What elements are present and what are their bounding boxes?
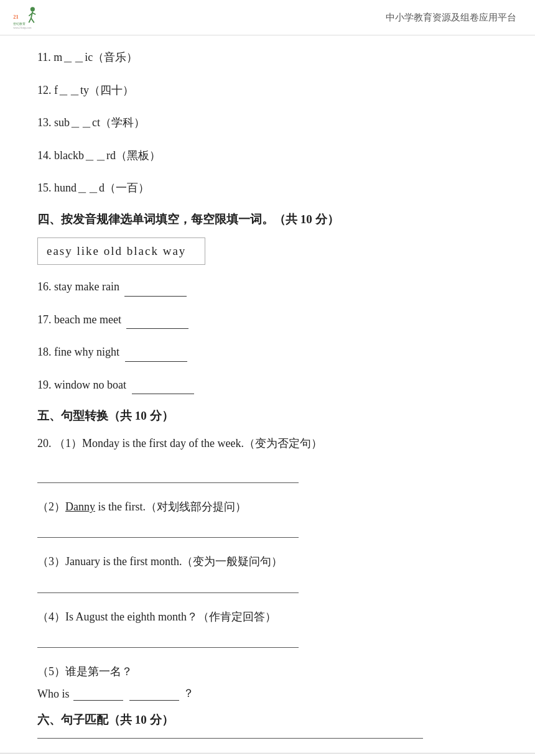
- question-20-3: （3）January is the first month.（变为一般疑问句）: [37, 551, 498, 571]
- q12-content: f＿＿ty（四十）: [54, 84, 134, 96]
- section5-title: 五、句型转换（共 10 分）: [37, 408, 498, 424]
- question-mark: ？: [183, 686, 194, 701]
- question-15: 15. hund＿＿d（一百）: [37, 178, 498, 198]
- q20-3-label: （3）January is the first month.（变为一般疑问句）: [37, 555, 282, 568]
- word-box: easy like old black way: [37, 237, 205, 265]
- q13-number: 13.: [37, 116, 54, 129]
- question-20-4: （4）Is August the eighth month？（作肯定回答）: [37, 607, 498, 627]
- q15-content: hund＿＿d（一百）: [54, 182, 149, 194]
- svg-text:世纪教育: 世纪教育: [13, 22, 26, 25]
- q11-number: 11.: [37, 51, 54, 63]
- svg-text:www.21cnjy.com: www.21cnjy.com: [13, 26, 32, 29]
- q17-blank: [126, 328, 188, 329]
- q20-1-answer-line: [37, 467, 299, 483]
- main-content: 11. m＿＿ic（音乐） 12. f＿＿ty（四十） 13. sub＿＿ct（…: [0, 35, 535, 756]
- q13-content: sub＿＿ct（学科）: [54, 116, 145, 129]
- q14-number: 14.: [37, 149, 54, 162]
- svg-line-2: [29, 18, 31, 22]
- q20-2-answer-line: [37, 522, 299, 538]
- q20-1-label: （1）Monday is the first day of the week.（…: [54, 437, 322, 449]
- question-19: 19. window no boat: [37, 376, 498, 395]
- question-11: 11. m＿＿ic（音乐）: [37, 48, 498, 67]
- page-header: 21 世纪教育 www.21cnjy.com 中小学教育资源及组卷应用平台: [0, 0, 535, 35]
- platform-name: 中小学教育资源及组卷应用平台: [386, 12, 516, 24]
- who-is-line: Who is ？: [37, 686, 498, 701]
- question-14: 14. blackb＿＿rd（黑板）: [37, 146, 498, 165]
- question-20-intro: 20. （1）Monday is the first day of the we…: [37, 434, 498, 453]
- q16-number: 16. stay make rain: [37, 280, 122, 293]
- section6-title: 六、句子匹配（共 10 分）: [37, 712, 498, 728]
- svg-line-1: [31, 11, 32, 18]
- logo-icon: 21 世纪教育 www.21cnjy.com: [12, 5, 42, 30]
- q17-number: 17. beach me meet: [37, 313, 124, 326]
- q16-blank: [124, 296, 187, 297]
- q20-number: 20.: [37, 437, 54, 449]
- question-16: 16. stay make rain: [37, 277, 498, 297]
- q20-2-label: （2）Danny is the first.（对划线部分提问）: [37, 500, 246, 513]
- who-blank-2: [129, 700, 179, 701]
- question-20-5: （5）谁是第一名？: [37, 662, 498, 681]
- q18-blank: [125, 361, 187, 362]
- who-blank-1: [73, 700, 123, 701]
- q20-4-label: （4）Is August the eighth month？（作肯定回答）: [37, 611, 276, 623]
- q12-number: 12.: [37, 84, 54, 96]
- q18-number: 18. fine why night: [37, 346, 123, 358]
- question-13: 13. sub＿＿ct（学科）: [37, 113, 498, 132]
- page-footer: 21 世纪教育网(www.21cnjy.com): [0, 753, 535, 757]
- question-17: 17. beach me meet: [37, 310, 498, 330]
- question-20-2: （2）Danny is the first.（对划线部分提问）: [37, 497, 498, 517]
- svg-point-0: [30, 7, 35, 11]
- q11-content: m＿＿ic（音乐）: [54, 51, 137, 63]
- q19-number: 19. window no boat: [37, 379, 129, 391]
- question-18: 18. fine why night: [37, 343, 498, 362]
- who-is-text: Who is: [37, 688, 70, 701]
- logo-area: 21 世纪教育 www.21cnjy.com: [12, 5, 42, 30]
- section4-title: 四、按发音规律选单词填空，每空限填一词。（共 10 分）: [37, 211, 498, 228]
- q20-4-answer-line: [37, 632, 299, 648]
- word-box-container: easy like old black way: [37, 237, 498, 277]
- q19-blank: [132, 394, 194, 394]
- q15-number: 15.: [37, 182, 54, 194]
- svg-line-5: [32, 13, 35, 14]
- section6-line: [37, 738, 423, 739]
- svg-line-3: [31, 18, 34, 22]
- q20-3-answer-line: [37, 577, 299, 593]
- q20-5-label: （5）谁是第一名？: [37, 665, 133, 678]
- question-12: 12. f＿＿ty（四十）: [37, 81, 498, 100]
- q14-content: blackb＿＿rd（黑板）: [54, 149, 160, 162]
- svg-text:21: 21: [13, 14, 18, 20]
